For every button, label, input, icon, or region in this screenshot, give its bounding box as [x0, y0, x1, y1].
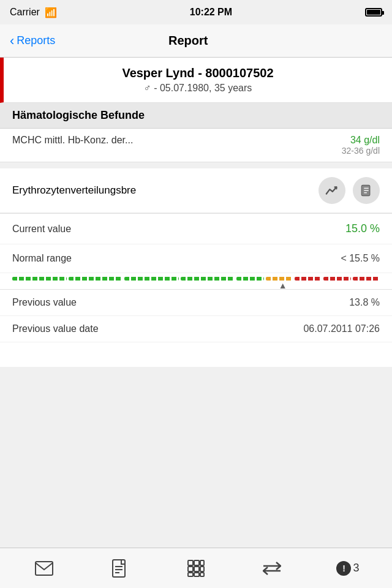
transfer-button[interactable] — [255, 552, 288, 585]
range-bar-segment — [69, 277, 123, 281]
normal-range-row: Normal range < 15.5 % — [0, 244, 392, 273]
normal-range-display: < 15.5 % — [341, 253, 380, 264]
nav-title: Report — [168, 34, 208, 48]
back-button[interactable]: ‹ Reports — [10, 34, 55, 48]
svg-rect-16 — [188, 573, 193, 576]
detail-header: Erythrozytenverteilungsbre — [0, 168, 392, 213]
battery-icon — [365, 8, 382, 17]
mchc-item-row[interactable]: MCHC mittl. Hb-Konz. der... 34 g/dl 32-3… — [0, 129, 392, 162]
range-bar-segment — [295, 277, 322, 281]
svg-rect-11 — [194, 560, 199, 565]
svg-rect-18 — [200, 573, 204, 576]
trend-chart-button[interactable] — [318, 177, 345, 204]
battery-area — [365, 8, 382, 17]
svg-rect-10 — [188, 560, 193, 565]
mchc-normal-range: 32-36 g/dl — [342, 146, 380, 156]
previous-value-row: Previous value 13.8 % — [0, 290, 392, 316]
bottom-hint — [0, 342, 392, 367]
patient-info: ♂ - 05.07.1980, 35 years — [16, 83, 380, 94]
alert-badge: ! 3 — [336, 561, 359, 576]
svg-rect-17 — [194, 573, 199, 576]
mchc-current-value: 34 g/dl — [342, 135, 380, 146]
grid-icon — [187, 560, 205, 577]
spacer — [0, 162, 392, 168]
range-bar-segment — [124, 277, 179, 281]
current-value-display: 15.0 % — [345, 222, 380, 235]
alert-circle-icon: ! — [336, 561, 351, 576]
range-bar-segment — [181, 277, 235, 281]
normal-range-label: Normal range — [12, 253, 72, 264]
carrier-label: Carrier — [10, 7, 40, 18]
alert-count: 3 — [353, 562, 359, 575]
svg-rect-14 — [194, 567, 199, 571]
range-indicator — [279, 281, 287, 290]
email-button[interactable] — [28, 552, 61, 585]
svg-rect-13 — [188, 567, 193, 571]
section-header: Hämatologische Befunde — [0, 103, 392, 129]
pdf-icon — [112, 559, 128, 578]
trend-icon — [325, 184, 339, 197]
svg-rect-5 — [36, 562, 53, 575]
info-book-button[interactable] — [353, 177, 380, 204]
pdf-button[interactable] — [104, 552, 137, 585]
previous-date-display: 06.07.2011 07:26 — [303, 323, 380, 334]
mchc-label: MCHC mittl. Hb-Konz. der... — [12, 135, 342, 146]
range-bar-container — [0, 273, 392, 289]
patient-card: Vesper Lynd - 8000107502 ♂ - 05.07.1980,… — [0, 58, 392, 103]
range-bar-segment — [236, 277, 263, 281]
patient-name: Vesper Lynd - 8000107502 — [16, 66, 380, 80]
mchc-values: 34 g/dl 32-36 g/dl — [342, 135, 380, 156]
book-icon — [360, 184, 373, 197]
time-label: 10:22 PM — [190, 7, 232, 18]
svg-rect-6 — [113, 560, 125, 577]
toolbar: ! 3 — [0, 548, 392, 588]
current-value-label: Current value — [12, 224, 71, 235]
scrollable-content: Vesper Lynd - 8000107502 ♂ - 05.07.1980,… — [0, 58, 392, 548]
wifi-icon: 📶 — [45, 7, 57, 18]
svg-rect-15 — [200, 567, 204, 571]
transfer-icon — [263, 561, 281, 576]
previous-date-label: Previous value date — [12, 323, 99, 334]
range-bar — [12, 277, 380, 281]
grid-button[interactable] — [179, 552, 213, 585]
previous-value-label: Previous value — [12, 297, 77, 308]
nav-bar: ‹ Reports Report — [0, 24, 392, 58]
detail-section: Erythrozytenverteilungsbre — [0, 168, 392, 367]
current-value-row: Current value 15.0 % — [0, 214, 392, 244]
section-title: Hämatologische Befunde — [12, 109, 380, 122]
range-bar-segment — [12, 277, 67, 281]
previous-value-display: 13.8 % — [349, 297, 380, 308]
range-bar-segment — [323, 277, 350, 281]
status-bar: Carrier 📶 10:22 PM — [0, 0, 392, 24]
status-left: Carrier 📶 — [10, 7, 57, 18]
range-bar-segment — [353, 277, 380, 281]
back-chevron-icon: ‹ — [10, 34, 14, 48]
svg-rect-12 — [200, 560, 204, 565]
email-icon — [35, 561, 53, 576]
previous-date-row: Previous value date 06.07.2011 07:26 — [0, 316, 392, 342]
alert-button[interactable]: ! 3 — [331, 552, 364, 585]
back-label: Reports — [17, 34, 55, 47]
detail-name: Erythrozytenverteilungsbre — [12, 184, 311, 197]
